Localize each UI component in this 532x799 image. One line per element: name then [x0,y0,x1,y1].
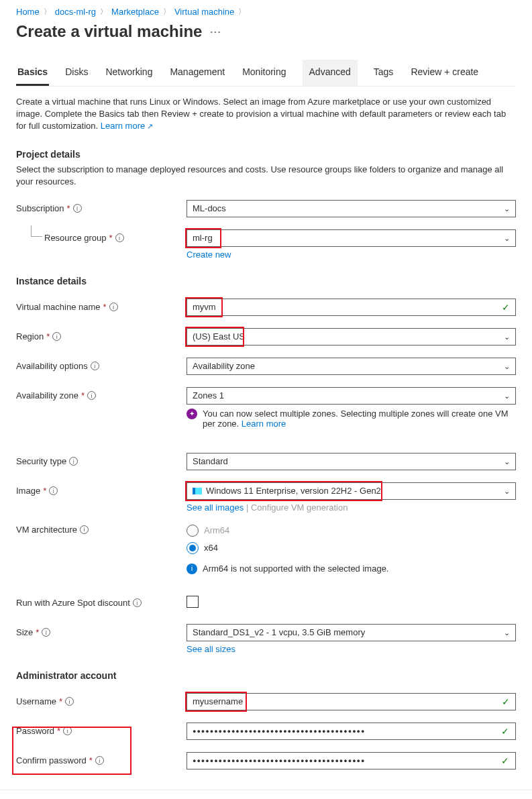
size-select[interactable]: Standard_DS1_v2 - 1 vcpu, 3.5 GiB memory… [187,624,516,641]
info-icon[interactable]: i [95,756,104,765]
crumb-marketplace[interactable]: Marketplace [111,7,159,17]
tabs: Basics Disks Networking Management Monit… [16,60,516,87]
arm-hint: Arm64 is not supported with the selected… [203,564,388,574]
chevron-down-icon: ⌄ [504,628,510,637]
info-icon[interactable]: i [115,233,124,242]
info-icon[interactable]: i [109,303,118,311]
info-icon[interactable]: i [49,486,58,495]
windows-icon [193,488,202,494]
resource-group-label: Resource group [44,233,107,243]
chevron-right-icon: 〉 [100,7,107,17]
vm-name-label: Virtual machine name [16,302,101,312]
spot-discount-label: Run with Azure Spot discount [16,598,130,608]
chevron-right-icon: 〉 [238,7,246,17]
info-icon[interactable]: i [65,697,74,706]
more-actions-button[interactable]: ··· [210,27,221,37]
chevron-right-icon: 〉 [163,7,170,17]
intro-text: Create a virtual machine that runs Linux… [16,96,516,133]
chevron-down-icon: ⌄ [504,457,510,466]
username-label: Username [16,696,56,706]
check-icon: ✓ [502,302,510,313]
crumb-home[interactable]: Home [16,7,40,17]
admin-account-heading: Administrator account [16,670,516,681]
info-icon: i [187,564,197,574]
tab-basics[interactable]: Basics [16,60,49,86]
arch-arm64-radio[interactable]: Arm64 [187,525,516,537]
info-icon[interactable]: i [52,332,61,341]
chevron-down-icon: ⌄ [504,362,510,370]
info-icon[interactable]: i [133,598,142,607]
availability-options-label: Availability options [16,361,88,371]
subscription-select[interactable]: ML-docs⌄ [187,200,516,217]
chevron-down-icon: ⌄ [504,486,510,495]
info-icon[interactable]: i [63,727,72,735]
username-input[interactable]: myusername✓ [187,693,516,710]
chevron-right-icon: 〉 [44,7,51,17]
image-label: Image [16,486,40,496]
confirm-password-input[interactable]: ●●●●●●●●●●●●●●●●●●●●●●●●●●●●●●●●●●●●●●●●… [187,752,516,769]
required-icon: * [67,203,70,213]
availability-options-select[interactable]: Availability zone⌄ [187,358,516,375]
rocket-icon: ✦ [187,409,197,419]
required-icon: * [59,696,62,706]
password-label: Password [16,726,54,736]
check-icon: ✓ [502,696,510,707]
learn-more-link[interactable]: Learn more [101,121,154,131]
info-icon[interactable]: i [69,457,78,466]
see-all-images-link[interactable]: See all images [187,502,244,513]
image-select[interactable]: Windows 11 Enterprise, version 22H2 - Ge… [187,482,516,500]
security-type-label: Security type [16,456,66,466]
required-icon: * [89,755,93,765]
resource-group-select[interactable]: ml-rg⌄ [187,229,516,247]
chevron-down-icon: ⌄ [504,391,510,400]
see-all-sizes-link[interactable]: See all sizes [187,644,235,654]
breadcrumb: Home〉 docs-ml-rg〉 Marketplace〉 Virtual m… [16,7,516,17]
instance-details-heading: Instance details [16,276,516,286]
required-icon: * [109,233,113,243]
project-details-desc: Select the subscription to manage deploy… [16,164,516,188]
info-icon[interactable]: i [87,391,96,400]
arch-x64-radio[interactable]: x64 [187,542,516,554]
page-title: Create a virtual machine ··· [16,22,516,41]
tab-disks[interactable]: Disks [64,60,89,86]
crumb-rg[interactable]: docs-ml-rg [55,7,96,17]
info-icon[interactable]: i [91,362,99,370]
tab-review[interactable]: Review + create [409,60,480,86]
required-icon: * [46,331,50,341]
confirm-password-label: Confirm password [16,755,87,765]
required-icon: * [81,390,85,401]
info-icon[interactable]: i [42,628,50,637]
info-icon[interactable]: i [73,204,82,213]
region-label: Region [16,331,44,341]
tab-advanced[interactable]: Advanced [303,60,358,86]
security-type-select[interactable]: Standard⌄ [187,453,516,470]
radio-icon [187,542,199,554]
required-icon: * [103,302,107,312]
chevron-down-icon: ⌄ [504,204,510,213]
tab-management[interactable]: Management [168,60,226,86]
region-select[interactable]: (US) East US⌄ [187,328,516,345]
info-icon[interactable]: i [80,525,89,534]
vm-name-input[interactable]: myvm✓ [187,299,516,316]
spot-discount-checkbox[interactable] [187,596,199,608]
tab-tags[interactable]: Tags [372,60,395,86]
check-icon: ✓ [501,755,510,766]
tab-networking[interactable]: Networking [104,60,154,86]
chevron-down-icon: ⌄ [504,233,510,242]
project-details-heading: Project details [16,149,516,160]
password-input[interactable]: ●●●●●●●●●●●●●●●●●●●●●●●●●●●●●●●●●●●●●●●●… [187,723,516,740]
availability-zone-label: Availability zone [16,390,78,401]
crumb-vm[interactable]: Virtual machine [174,7,234,17]
tab-monitoring[interactable]: Monitoring [241,60,287,86]
vm-architecture-label: VM architecture [16,525,77,535]
zone-hint: You can now select multiple zones. Selec… [203,409,516,429]
learn-more-zones-link[interactable]: Learn more [242,419,286,429]
required-icon: * [36,627,39,637]
availability-zone-select[interactable]: Zones 1⌄ [187,387,516,405]
create-new-link[interactable]: Create new [187,250,231,260]
subscription-label: Subscription [16,203,64,213]
required-icon: * [43,486,46,496]
size-label: Size [16,627,33,637]
chevron-down-icon: ⌄ [504,332,510,341]
configure-vm-gen: Configure VM generation [251,502,348,513]
